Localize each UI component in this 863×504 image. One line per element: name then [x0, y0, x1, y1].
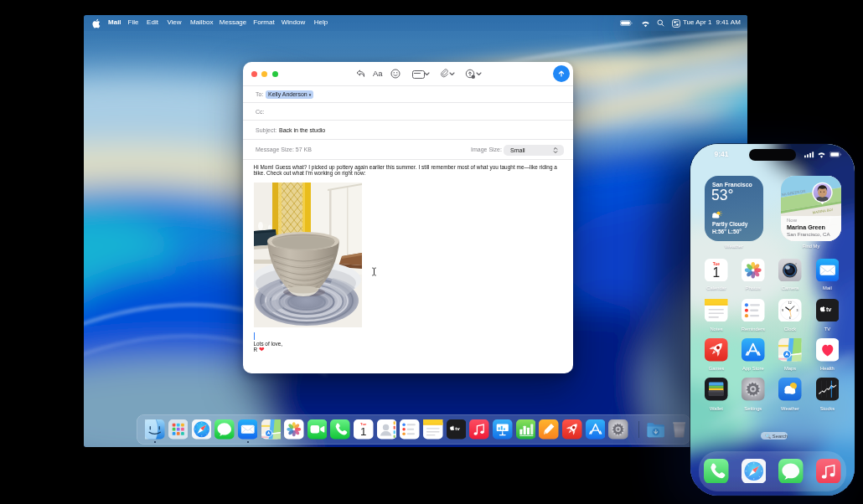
svg-text:1: 1 — [360, 425, 366, 438]
svg-text:tv: tv — [826, 306, 832, 313]
svg-text:tv: tv — [455, 425, 460, 431]
svg-text:9: 9 — [782, 309, 783, 312]
svg-text:1: 1 — [713, 265, 721, 280]
svg-text:12: 12 — [788, 301, 792, 305]
svg-text:6: 6 — [789, 316, 791, 320]
svg-text:3: 3 — [797, 309, 798, 312]
